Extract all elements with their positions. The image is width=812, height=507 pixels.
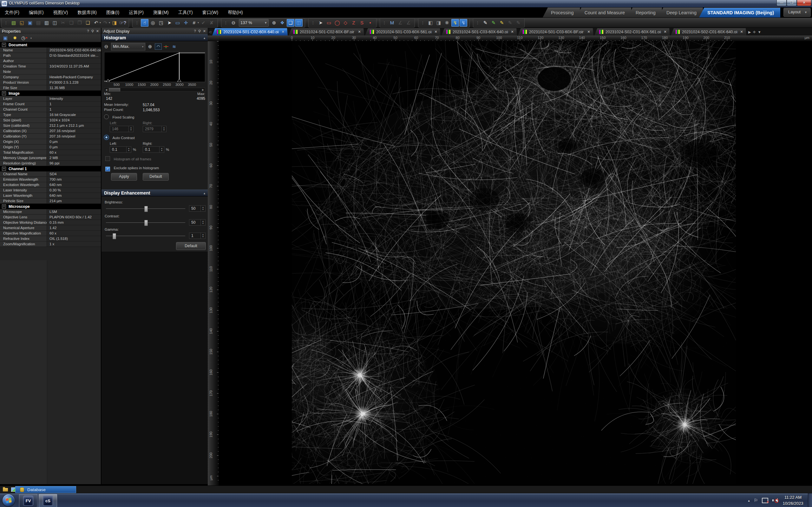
menu-item-8[interactable]: 窗口(W) — [198, 7, 223, 18]
process-merge-icon[interactable]: ◨ — [435, 19, 443, 26]
spinner-arrows-icon[interactable]: ▲▼ — [129, 126, 133, 132]
tab-close-icon[interactable]: ✕ — [663, 30, 667, 34]
pointer-icon[interactable]: ➤ — [165, 19, 173, 26]
tab-close-icon[interactable]: ✕ — [510, 30, 514, 34]
pen-green-icon[interactable]: ✎ — [490, 19, 497, 26]
help-icon[interactable]: ? — [87, 29, 89, 33]
snapshot-star-icon[interactable]: ✸ — [11, 35, 18, 42]
menu-item-0[interactable]: 文件(F) — [0, 7, 24, 18]
scrollbar-thumb[interactable] — [109, 88, 120, 91]
tab-list-icon[interactable]: ▼ — [758, 29, 761, 36]
collapse-icon[interactable]: − — [2, 91, 6, 95]
paste-icon[interactable]: ❐ — [76, 19, 84, 26]
auto-left-input[interactable]: 0.1 ▲▼ — [110, 147, 131, 153]
action-center-flag-icon[interactable]: ⚐ — [754, 498, 758, 503]
scroll-left-icon[interactable]: ◀ — [104, 89, 108, 91]
cancel-icon[interactable]: ✘ — [208, 19, 215, 26]
slider-thumb[interactable] — [144, 220, 148, 226]
menu-item-4[interactable]: 图像(I) — [101, 7, 124, 18]
apply-button[interactable]: Apply — [111, 173, 137, 181]
fixed-right-input[interactable]: 2979 ▲▼ — [143, 126, 166, 132]
ribbon-tab-deep-learning[interactable]: Deep Learning — [658, 8, 703, 17]
process-flash-blue-icon[interactable]: ↯ — [460, 19, 467, 26]
ribbon-tab-count-and-measure[interactable]: Count and Measure — [576, 8, 631, 17]
roi-select-icon[interactable]: ➤ — [317, 19, 324, 26]
section-header-microscope[interactable]: −Microscope — [0, 204, 101, 209]
database-button[interactable]: Database — [15, 486, 76, 493]
scroll-right-icon[interactable]: ▶ — [201, 89, 205, 91]
open-icon[interactable]: ◱ — [18, 19, 26, 26]
menu-item-1[interactable]: 编辑(E) — [24, 7, 49, 18]
spinner-arrows-icon[interactable]: ▲▼ — [200, 233, 205, 239]
collapse-icon[interactable]: − — [2, 205, 6, 209]
section-header-document[interactable]: −Document — [0, 42, 101, 48]
process-flash-yellow-icon[interactable]: ↯ — [451, 19, 459, 26]
new-image-icon[interactable]: ▧ — [10, 19, 17, 26]
crop-icon[interactable]: # — [190, 19, 198, 26]
show-desktop-button[interactable] — [808, 493, 812, 507]
export-icon[interactable]: ▤ — [35, 19, 42, 26]
close-icon[interactable]: ✕ — [96, 29, 99, 33]
document-tab-4[interactable]: 20231024-S01-C03-60X-BF.oir✕ — [518, 28, 594, 36]
folder-icon[interactable] — [2, 487, 9, 493]
menu-item-3[interactable]: 数据库(B) — [72, 7, 101, 18]
process-gradient-icon[interactable]: ◧ — [426, 19, 434, 26]
ribbon-tab-reporting[interactable]: Reporting — [627, 8, 662, 17]
pan-hand-icon[interactable]: ☝ — [141, 19, 148, 26]
restore-button[interactable]: ❐ — [786, 0, 797, 6]
histogram-plot[interactable] — [104, 52, 205, 82]
collapse-icon[interactable]: − — [2, 167, 6, 171]
contrast-input[interactable]: 50 ▲▼ — [189, 219, 206, 226]
spinner-arrows-icon[interactable]: ▲▼ — [161, 126, 166, 132]
menu-item-5[interactable]: 运算(P) — [124, 7, 148, 18]
taskbar-clock[interactable]: 11:22 AM 10/26/2023 — [779, 494, 807, 506]
roi-freehand-icon[interactable]: S — [358, 19, 366, 26]
all-frames-checkbox[interactable]: Histogram of all frames — [105, 156, 151, 162]
gamma-input[interactable]: 1 ▲▼ — [189, 233, 206, 239]
document-tab-0[interactable]: 20231024-S01-C02-60X-640.oir✕ — [212, 28, 288, 36]
spinner-arrows-icon[interactable]: ▲▼ — [159, 147, 164, 153]
radio-icon[interactable] — [104, 135, 109, 140]
pen-disabled-2-icon[interactable]: ✎ — [514, 19, 522, 26]
copy-icon[interactable]: ❏ — [67, 19, 75, 26]
menu-item-9[interactable]: 帮助(H) — [223, 7, 247, 18]
microscopy-image[interactable] — [292, 41, 736, 484]
pen-yellow-icon[interactable]: ✎ — [498, 19, 506, 26]
document-tab-6[interactable]: 20231024-S02-C01-60X-640.oir✕ — [671, 28, 746, 36]
fit-to-window-icon[interactable]: ❖ — [278, 19, 286, 26]
tab-scroll-right-icon[interactable]: ▶ — [748, 29, 751, 36]
roi-polygon-icon[interactable]: ◇ — [342, 19, 349, 26]
pin-icon[interactable]: ⚲ — [91, 29, 94, 33]
collapse-icon[interactable]: ▴ — [204, 36, 205, 40]
taskbar-button-cs[interactable]: cS — [39, 494, 57, 507]
histogram-markers-icon[interactable]: ‖ — [163, 44, 169, 49]
process-filter-icon[interactable]: ❋ — [443, 19, 451, 26]
collapse-icon[interactable]: − — [2, 43, 6, 47]
marquee-select-icon[interactable]: ▭ — [174, 19, 182, 26]
measurement-icon[interactable]: M — [388, 19, 396, 26]
roi-polyline-icon[interactable]: Z — [350, 19, 357, 26]
measure-angle-icon[interactable]: ∠ — [405, 19, 412, 26]
tab-close-icon[interactable]: ✕ — [587, 30, 591, 34]
enhancement-default-button[interactable]: Default — [176, 242, 206, 250]
actual-size-icon[interactable]: ❑ — [287, 19, 294, 26]
document-tab-1[interactable]: 20231024-S01-C02-60X-BF.oir✕ — [289, 28, 364, 36]
spinner-arrows-icon[interactable]: ▲▼ — [200, 220, 205, 225]
histogram-section-header[interactable]: Histogram ▴ — [101, 34, 208, 41]
section-header-image[interactable]: −Image — [0, 91, 101, 96]
menu-item-7[interactable]: 工具(T) — [173, 7, 198, 18]
save-icon[interactable]: ▣ — [26, 19, 34, 26]
document-tab-2[interactable]: 20231024-S01-C03-60X-561.oir✕ — [365, 28, 441, 36]
default-button[interactable]: Default — [143, 173, 169, 181]
radio-icon[interactable] — [104, 114, 109, 119]
taskbar-button-fv[interactable]: FV — [19, 494, 38, 507]
minimize-button[interactable]: — — [776, 0, 786, 6]
pin-icon[interactable]: ⚲ — [198, 29, 201, 33]
tab-scroll-left-icon[interactable]: ◁ — [208, 29, 212, 36]
all-frames-icon[interactable]: ≋ — [171, 43, 177, 50]
cut-icon[interactable]: ✂ — [59, 19, 67, 26]
roi-rectangle-icon[interactable]: ▭ — [325, 19, 333, 26]
document-tab-5[interactable]: 20231024-S02-C01-60X-561.oir✕ — [595, 28, 670, 36]
slider-thumb[interactable] — [113, 233, 116, 239]
start-button[interactable] — [3, 494, 14, 506]
